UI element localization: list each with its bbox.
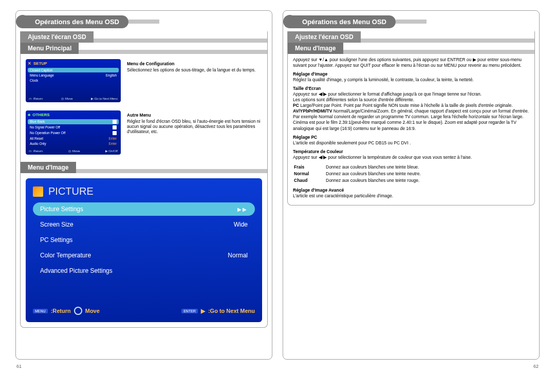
h-reglage-image: Réglage d'Image [293,71,327,77]
h-reglage-avance: Réglage d'Image Avancé [293,188,344,193]
wrench-icon: ✕ [28,61,31,66]
header-bullet [16,15,29,28]
menu-btn-icon: ▭ :Return [29,97,43,100]
osd-footer: MENU :Return Move ENTER ▶ :Go to Next Me… [33,307,255,315]
config-heading: Menu de Configuration [127,61,264,66]
body-text: Appuyez sur ▼/▲ pour souligner l'une des… [288,54,534,205]
chapter-header: Opérations des Menu OSD [283,15,535,28]
osd-others-box: ♣OTHERS Blue Back No Signal Power Off No… [26,110,121,155]
page-number: 62 [533,364,539,369]
arrows-icon: ▶▶ [237,207,248,212]
osd-footer: ▭ :Return ◎ :Move ▶:Go to Next Menu [28,97,119,100]
osd-row: Blue Back [28,119,119,124]
osd-setup-box: ✕SETUP Closed Caption Menu LanguageEngli… [26,59,121,102]
enter-button-icon: ENTER [181,309,198,313]
osd-row: PC Settings [33,233,255,247]
chapter-header: Opérations des Menu OSD [16,15,268,28]
h-reglage-pc: Réglage PC [293,135,317,140]
inner-frame: Ajustez l'écran OSD Menu Principal ✕SETU… [20,31,268,328]
osd-row: Audio OnlyEnter [28,141,119,146]
osd-row: Screen SizeWide [33,218,255,231]
subhead-fill [361,39,534,43]
picture-icon [33,186,43,197]
leaf-icon: ♣ [28,113,30,117]
subhead: Ajustez l'écran OSD [288,31,361,43]
osd-row: No Operation Power Off [28,130,119,136]
osd-row: Clock [28,78,119,83]
osd-footer: ▭ :Return ◎ :Move ▶:On/Off [28,149,119,153]
page-frame: Opérations des Menu OSD Ajustez l'écran … [15,10,272,360]
other-heading: Autre Menu [127,113,264,118]
others-row: ♣OTHERS Blue Back No Signal Power Off No… [21,107,267,162]
section-title: Menu d'Image [288,43,343,54]
config-text: Menu de Configuration Sélectionnez les o… [127,56,264,72]
section-menu-image: Menu d'Image [288,43,534,54]
osd-picture-box: PICTURE Picture Settings▶▶ Screen SizeWi… [26,178,262,322]
section-title: Menu d'Image [21,162,76,173]
intro-para: Appuyez sur ▼/▲ pour souligner l'une des… [293,57,529,68]
inner-frame: Ajustez l'écran OSD Menu d'Image Appuyez… [287,31,535,206]
checkbox-icon [113,131,117,135]
header-bullet [283,15,297,28]
section-title: Menu Principal [21,43,79,54]
osd-row: Advanced Picture Settings [33,264,255,277]
section-fill [343,50,534,54]
play-icon: ▶ [201,308,205,314]
other-para: Réglez le fond d'écran OSD bleu, si l'au… [127,119,260,134]
enter-icon: ▶:Go to Next Menu [91,97,118,100]
subhead-row: Ajustez l'écran OSD [21,31,267,43]
osd-row: Color TemperatureNormal [33,249,255,262]
page-62: Opérations des Menu OSD Ajustez l'écran … [283,10,540,360]
osd-row: Picture Settings▶▶ [33,202,255,216]
subhead-fill [94,39,267,43]
checkbox-icon [113,125,117,129]
temp-table: FraisDonnez aux couleurs blanches une te… [293,163,529,184]
osd-row: Closed Caption [28,68,119,72]
menu-btn-icon: ▭ :Return [29,149,43,153]
subhead-row: Ajustez l'écran OSD [288,31,534,43]
h-temp-couleur: Température de Couleur [293,149,343,154]
osd-setup-title: ✕SETUP [28,61,119,66]
checkbox-icon [113,120,117,124]
nav-ring-icon [74,307,82,315]
osd-others-title: ♣OTHERS [28,113,119,117]
osd-row: All ResetEnter [28,136,119,141]
config-para: Sélectionnez les options de sous-titrage… [127,67,255,72]
osd-row: No Signal Power Off [28,125,119,130]
page-number: 61 [16,364,22,369]
menu-button-icon: MENU [33,309,48,313]
enter-icon: ▶:On/Off [105,149,118,153]
section-menu-image: Menu d'Image [21,162,267,173]
page-frame: Opérations des Menu OSD Ajustez l'écran … [283,10,540,360]
setup-row: ✕SETUP Closed Caption Menu LanguageEngli… [21,54,267,107]
section-fill [79,50,267,54]
section-menu-principal: Menu Principal [21,43,267,54]
section-fill [76,169,267,173]
nav-icon: ◎ :Move [68,149,80,153]
h-taille-ecran: Taille d'Ecran [293,86,321,91]
chapter-title: Opérations des Menu OSD [23,15,128,28]
nav-icon: ◎ :Move [61,97,73,100]
osd-row: Menu LanguageEnglish [28,73,119,78]
page-61: Opérations des Menu OSD Ajustez l'écran … [15,10,272,360]
subhead: Ajustez l'écran OSD [21,31,94,43]
chapter-title: Opérations des Menu OSD [290,15,396,28]
osd-picture-title: PICTURE [33,185,255,197]
other-text: Autre Menu Réglez le fond d'écran OSD bl… [127,107,264,134]
